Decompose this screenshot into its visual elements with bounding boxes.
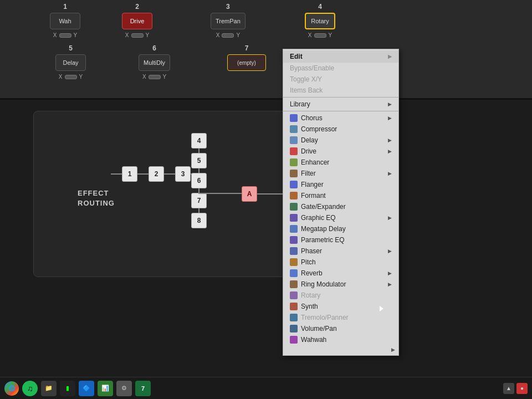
slot-6-box[interactable]: MultiDly bbox=[139, 54, 170, 71]
menu-item-filter[interactable]: Filter bbox=[283, 168, 398, 179]
menu-item-phaser[interactable]: Phaser bbox=[283, 245, 398, 257]
menu-item-chorus[interactable]: Chorus bbox=[283, 112, 398, 124]
menu-item-parametriceq[interactable]: Parametric EQ bbox=[283, 234, 398, 245]
menu-item-enhancer[interactable]: Enhancer bbox=[283, 157, 398, 168]
menu-item-volumepan[interactable]: Volume/Pan bbox=[283, 323, 398, 334]
slot-4[interactable]: 4 Rotary X Y bbox=[305, 3, 335, 38]
taskbar-files[interactable]: 📁 bbox=[41, 381, 57, 396]
slot-2-number: 2 bbox=[135, 3, 139, 11]
menu-item-megatap[interactable]: Megatap Delay bbox=[283, 223, 398, 234]
slot-7-box[interactable]: (empty) bbox=[227, 54, 266, 71]
delay-icon bbox=[290, 136, 298, 144]
slot-5-xy: X Y bbox=[59, 74, 83, 80]
filter-icon bbox=[290, 170, 298, 177]
slot-4-x-knob[interactable] bbox=[314, 33, 326, 38]
routing-label-line1: EFFECT bbox=[78, 188, 115, 198]
v-line-7-8 bbox=[198, 208, 200, 213]
slot-4-number: 4 bbox=[318, 3, 322, 11]
taskbar-app2[interactable]: 📊 bbox=[98, 381, 113, 396]
slot-4-box[interactable]: Rotary bbox=[305, 13, 335, 29]
slot-2-xy: X Y bbox=[125, 32, 149, 38]
taskbar: 🌐 ♫ 📁 ▮ 🔷 📊 ⚙ 7 ▲ ● bbox=[0, 377, 532, 399]
v-node-4[interactable]: 4 bbox=[191, 133, 207, 149]
slot-6-x-knob[interactable] bbox=[149, 75, 161, 79]
menu-bypass: Bypass/Enable bbox=[283, 63, 398, 74]
slot-1-xy: X Y bbox=[53, 32, 77, 38]
chorus-icon bbox=[290, 114, 298, 122]
graphiceq-icon bbox=[290, 214, 298, 222]
menu-item-drive[interactable]: Drive bbox=[283, 146, 398, 157]
h-line-to-a bbox=[198, 193, 243, 194]
chain-node-3[interactable]: 3 bbox=[175, 166, 191, 182]
slot-1-number: 1 bbox=[63, 3, 67, 11]
menu-items-back: Items Back bbox=[283, 85, 398, 96]
taskbar-terminal[interactable]: ▮ bbox=[60, 381, 75, 396]
megatap-icon bbox=[290, 225, 298, 233]
taskbar-chrome[interactable]: 🌐 bbox=[4, 381, 19, 396]
gate-icon bbox=[290, 203, 298, 211]
routing-label-line2: ROUTING bbox=[78, 198, 115, 208]
slot-3-x-knob[interactable] bbox=[222, 33, 234, 38]
menu-item-graphiceq[interactable]: Graphic EQ bbox=[283, 212, 398, 223]
synth-icon bbox=[290, 303, 298, 310]
menu-item-ringmod[interactable]: Ring Modulator bbox=[283, 279, 398, 290]
slot-3[interactable]: 3 TremPan X Y bbox=[211, 3, 245, 38]
compressor-icon bbox=[290, 125, 298, 133]
slot-3-number: 3 bbox=[226, 3, 230, 11]
scroll-down-btn[interactable]: ● bbox=[516, 383, 528, 394]
taskbar-app1[interactable]: 🔷 bbox=[79, 381, 94, 396]
menu-item-trempan[interactable]: Tremolo/Panner bbox=[283, 312, 398, 323]
trempan-icon bbox=[290, 314, 298, 321]
slot-3-box[interactable]: TremPan bbox=[211, 13, 245, 29]
menu-item-rotary[interactable]: Rotary bbox=[283, 290, 398, 301]
chain-node-2[interactable]: 2 bbox=[149, 166, 164, 182]
slot-6-number: 6 bbox=[152, 44, 156, 52]
slot-5-x-knob[interactable] bbox=[65, 75, 77, 79]
volumepan-icon bbox=[290, 325, 298, 332]
slot-1-x-knob[interactable] bbox=[59, 33, 71, 38]
slot-1[interactable]: 1 Wah X Y bbox=[50, 3, 80, 38]
slot-2-x-knob[interactable] bbox=[131, 33, 144, 38]
menu-divider-1 bbox=[283, 97, 398, 98]
reverb-icon bbox=[290, 269, 298, 277]
menu-item-formant[interactable]: Formant bbox=[283, 190, 398, 201]
slot-7[interactable]: 7 (empty) bbox=[227, 44, 266, 71]
menu-item-flanger[interactable]: Flanger bbox=[283, 179, 398, 190]
slot-5[interactable]: 5 Delay X Y bbox=[55, 44, 86, 80]
menu-item-bottom-arrow[interactable]: ▶ bbox=[283, 345, 398, 354]
menu-item-delay[interactable]: Delay bbox=[283, 135, 398, 146]
slot-5-box[interactable]: Delay bbox=[55, 54, 86, 71]
menu-edit[interactable]: Edit ▶ bbox=[283, 50, 398, 63]
menu-divider-2 bbox=[283, 111, 398, 111]
scroll-up-btn[interactable]: ▲ bbox=[503, 383, 514, 394]
menu-item-compressor[interactable]: Compressor bbox=[283, 124, 398, 135]
taskbar-spotify[interactable]: ♫ bbox=[22, 381, 38, 396]
mouse-cursor bbox=[380, 306, 383, 311]
taskbar-app3[interactable]: 7 bbox=[135, 381, 151, 396]
menu-item-pitch[interactable]: Pitch bbox=[283, 257, 398, 268]
menu-item-wahwah[interactable]: Wahwah bbox=[283, 334, 398, 345]
menu-item-reverb[interactable]: Reverb bbox=[283, 268, 398, 279]
chain-line-1-2 bbox=[137, 173, 149, 175]
slot-2[interactable]: 2 Drive X Y bbox=[122, 3, 152, 38]
routing-label: EFFECT ROUTING EFFECT ROUTING bbox=[78, 188, 115, 208]
v-node-5[interactable]: 5 bbox=[191, 153, 207, 168]
v-line-5-6 bbox=[198, 168, 200, 173]
vertical-chain: 4 5 6 7 8 bbox=[191, 133, 207, 228]
v-node-6[interactable]: 6 bbox=[191, 173, 207, 188]
slot-6[interactable]: 6 MultiDly X Y bbox=[139, 44, 170, 80]
v-node-7[interactable]: 7 bbox=[191, 193, 207, 208]
slot-5-number: 5 bbox=[69, 44, 73, 52]
menu-library[interactable]: Library bbox=[283, 99, 398, 110]
v-line-6-7 bbox=[198, 188, 200, 193]
slot-2-box[interactable]: Drive bbox=[122, 13, 152, 29]
node-a[interactable]: A bbox=[242, 186, 257, 202]
chain-node-1[interactable]: 1 bbox=[122, 166, 137, 182]
taskbar-settings[interactable]: ⚙ bbox=[116, 381, 132, 396]
slot-1-box[interactable]: Wah bbox=[50, 13, 80, 29]
v-node-8[interactable]: 8 bbox=[191, 213, 207, 228]
taskbar-right: ▲ ● bbox=[503, 383, 528, 394]
enhancer-icon bbox=[290, 158, 298, 166]
menu-item-gate[interactable]: Gate/Expander bbox=[283, 201, 398, 212]
chain-line-2-3 bbox=[164, 173, 175, 175]
